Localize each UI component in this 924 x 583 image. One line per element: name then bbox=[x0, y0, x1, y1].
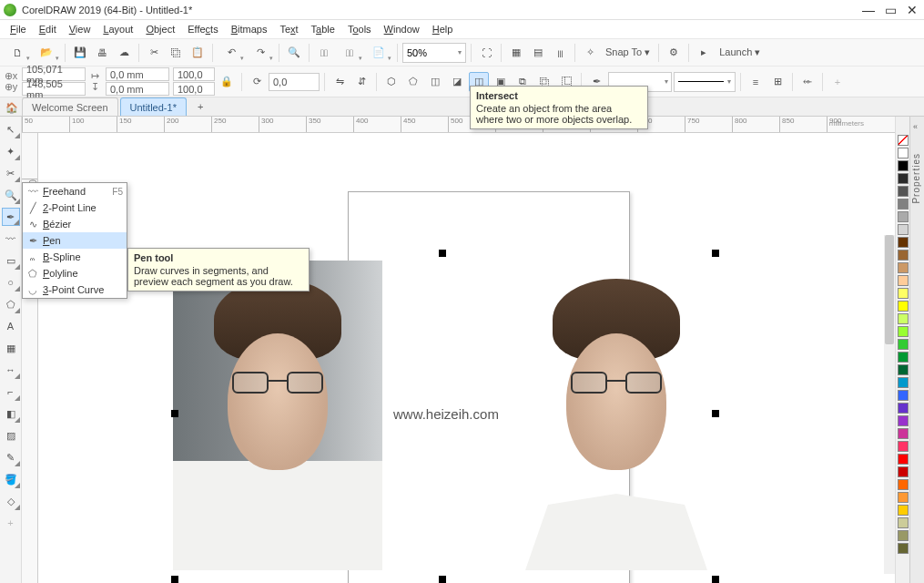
outline-style[interactable] bbox=[674, 72, 736, 92]
table-tool[interactable]: ▦ bbox=[2, 339, 20, 357]
menu-bitmaps[interactable]: Bitmaps bbox=[225, 22, 274, 36]
home-icon[interactable]: 🏠 bbox=[4, 99, 20, 116]
publish-button[interactable]: 📄 bbox=[365, 43, 392, 63]
scale-x[interactable]: 100,0 bbox=[173, 67, 215, 81]
minimize-button[interactable]: — bbox=[860, 4, 877, 16]
flyout-item-2-point-line[interactable]: ╱2-Point Line bbox=[23, 199, 127, 216]
color-swatch[interactable] bbox=[898, 186, 909, 197]
menu-table[interactable]: Table bbox=[305, 22, 341, 36]
lock-ratio-button[interactable]: 🔒 bbox=[217, 72, 237, 92]
selection-handle-tm[interactable] bbox=[439, 250, 446, 257]
zoom-tool[interactable]: 🔍 bbox=[2, 186, 20, 204]
selection-handle-br[interactable] bbox=[712, 576, 719, 583]
color-swatch[interactable] bbox=[898, 262, 909, 273]
snap-grid-button[interactable]: ▦ bbox=[506, 43, 526, 63]
wrap-text-button[interactable]: ≡ bbox=[746, 72, 766, 92]
convert-curves-button[interactable]: ⬰ bbox=[797, 72, 817, 92]
selection-handle-bl[interactable] bbox=[171, 576, 178, 583]
rotation-field[interactable]: 0,0 bbox=[269, 73, 320, 91]
guidelines-button[interactable]: ▤ bbox=[528, 43, 548, 63]
color-swatch[interactable] bbox=[898, 339, 909, 350]
menu-view[interactable]: View bbox=[63, 22, 97, 36]
shaping-trim-button[interactable]: ⬠ bbox=[403, 72, 423, 92]
search-button[interactable]: 🔍 bbox=[284, 43, 304, 63]
cloud-button[interactable]: ☁ bbox=[114, 43, 134, 63]
ellipse-tool[interactable]: ○ bbox=[2, 273, 20, 292]
shaping-weld-button[interactable]: ⬡ bbox=[381, 72, 401, 92]
flyout-item-b-zier[interactable]: ∿Bézier bbox=[23, 216, 127, 232]
launch-dropdown[interactable]: Launch ▾ bbox=[716, 46, 764, 58]
zoom-level[interactable]: 50% bbox=[402, 43, 466, 63]
color-swatch[interactable] bbox=[898, 352, 909, 363]
horizontal-ruler[interactable]: millimeters 5010015020025030035040045050… bbox=[22, 117, 895, 133]
mirror-h-button[interactable]: ⇋ bbox=[330, 72, 350, 92]
color-swatch[interactable] bbox=[898, 466, 909, 477]
color-swatch[interactable] bbox=[898, 173, 909, 184]
fullscreen-button[interactable]: ⛶ bbox=[476, 43, 496, 63]
import-button[interactable]: ⬇⃞ bbox=[314, 43, 334, 63]
color-swatch[interactable] bbox=[898, 237, 909, 248]
artistic-media-tool[interactable]: 〰 bbox=[2, 230, 20, 248]
polygon-tool[interactable]: ⬠ bbox=[2, 295, 20, 313]
align-button[interactable]: ⊞ bbox=[767, 72, 787, 92]
menu-object[interactable]: Object bbox=[139, 22, 181, 36]
scale-y[interactable]: 100,0 bbox=[173, 82, 215, 96]
color-swatch[interactable] bbox=[898, 454, 909, 465]
menu-effects[interactable]: Effects bbox=[181, 22, 224, 36]
color-swatch[interactable] bbox=[898, 211, 909, 222]
color-swatch[interactable] bbox=[898, 530, 909, 541]
flyout-item-polyline[interactable]: ⬠Polyline bbox=[23, 265, 127, 281]
close-button[interactable]: ✕ bbox=[904, 4, 920, 16]
color-swatch[interactable] bbox=[898, 301, 909, 312]
color-swatch[interactable] bbox=[898, 479, 909, 490]
menu-window[interactable]: Window bbox=[378, 22, 426, 36]
alignment-button[interactable]: ⫼ bbox=[550, 43, 570, 63]
crop-tool[interactable]: ✂ bbox=[2, 164, 20, 182]
shaping-sim-button[interactable]: ◫ bbox=[425, 72, 445, 92]
menu-edit[interactable]: Edit bbox=[33, 22, 63, 36]
add-toolbar-button[interactable]: + bbox=[828, 72, 848, 92]
color-swatch[interactable] bbox=[898, 224, 909, 235]
color-swatch[interactable] bbox=[898, 364, 909, 375]
color-swatch[interactable] bbox=[898, 250, 909, 261]
menu-help[interactable]: Help bbox=[426, 22, 460, 36]
color-swatch[interactable] bbox=[898, 517, 909, 528]
y-position[interactable]: 148,505 mm bbox=[22, 82, 86, 96]
maximize-button[interactable]: ▭ bbox=[882, 4, 899, 16]
flyout-item-b-spline[interactable]: ⩋B-Spline bbox=[23, 249, 127, 265]
color-swatch[interactable] bbox=[898, 288, 909, 299]
color-swatch[interactable] bbox=[898, 390, 909, 401]
new-button[interactable]: 🗋 bbox=[4, 43, 31, 63]
connector-tool[interactable]: ⌐ bbox=[2, 383, 20, 401]
snap-to-label[interactable]: Snap To ▾ bbox=[602, 46, 654, 58]
text-tool[interactable]: A bbox=[2, 317, 20, 335]
bitmap-object-2[interactable] bbox=[503, 261, 730, 570]
color-swatch[interactable] bbox=[898, 505, 909, 516]
curve-tool[interactable]: ✒ bbox=[2, 208, 20, 226]
toolbox-add[interactable]: + bbox=[2, 514, 20, 532]
print-button[interactable]: 🖶 bbox=[92, 43, 112, 63]
copy-button[interactable]: ⿻ bbox=[166, 43, 186, 63]
shape-tool[interactable]: ✦ bbox=[2, 142, 20, 160]
menu-text[interactable]: Text bbox=[273, 22, 304, 36]
selection-handle-bm[interactable] bbox=[439, 576, 446, 583]
color-swatch[interactable] bbox=[898, 148, 909, 159]
vertical-scrollbar[interactable] bbox=[884, 235, 895, 574]
color-swatch[interactable] bbox=[898, 543, 909, 554]
menu-file[interactable]: File bbox=[4, 22, 33, 36]
swatch-none[interactable] bbox=[898, 135, 909, 146]
dimension-tool[interactable]: ↔ bbox=[2, 361, 20, 379]
properties-docker-tab[interactable]: « Properties bbox=[909, 117, 924, 583]
height-field[interactable]: 0,0 mm bbox=[106, 82, 169, 96]
dynamic-guides-button[interactable]: ✧ bbox=[580, 43, 600, 63]
menu-tools[interactable]: Tools bbox=[341, 22, 378, 36]
flyout-item-3-point-curve[interactable]: ◡3-Point Curve bbox=[23, 281, 127, 298]
outline-tool[interactable]: ◇ bbox=[2, 492, 20, 510]
color-swatch[interactable] bbox=[898, 441, 909, 452]
open-button[interactable]: 📂 bbox=[33, 43, 60, 63]
tab-welcome[interactable]: Welcome Screen bbox=[22, 97, 118, 116]
export-button[interactable]: ⬆⃞ bbox=[336, 43, 363, 63]
selection-handle-tr[interactable] bbox=[712, 250, 719, 257]
color-swatch[interactable] bbox=[898, 428, 909, 439]
menu-layout[interactable]: Layout bbox=[96, 22, 139, 36]
